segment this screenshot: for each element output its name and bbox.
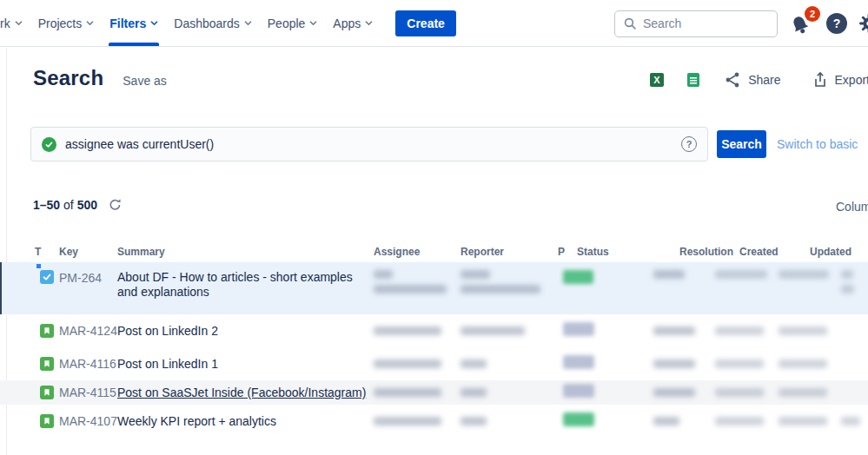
type-cell (35, 262, 59, 284)
issue-row[interactable]: MAR-4115 Post on SaaSJet Inside (Faceboo… (0, 380, 868, 405)
issue-type-icon (40, 357, 54, 371)
issue-type-icon (40, 270, 54, 284)
chevron-down-icon (365, 20, 373, 26)
nav-item-label: rk (0, 16, 10, 30)
issue-row[interactable]: MAR-4107 Weekly KPI report + analytics (0, 405, 868, 438)
jql-query-input[interactable]: assignee was currentUser() ? (30, 127, 708, 162)
google-sheets-export-icon[interactable] (686, 72, 701, 88)
updated-cell-blurred (779, 262, 841, 279)
chevron-down-icon (15, 20, 23, 26)
issue-row[interactable]: MAR-4124 Post on LinkedIn 2 (0, 314, 868, 347)
nav-item-your-work[interactable]: rk (0, 0, 30, 46)
nav-item-label: Projects (38, 16, 83, 30)
jql-syntax-help-icon[interactable]: ? (681, 136, 697, 152)
nav-item-filters[interactable]: Filters (102, 0, 166, 46)
nav-menu-group: rk Projects Filters Dashboards People Ap… (0, 0, 456, 46)
nav-item-projects[interactable]: Projects (30, 0, 103, 46)
col-header-updated: Updated (779, 246, 841, 258)
results-count: 1–50 of 500 (33, 198, 97, 212)
priority-cell (540, 356, 563, 372)
created-cell-blurred (715, 388, 779, 397)
blurred-text (715, 270, 767, 279)
save-as-link[interactable]: Save as (123, 74, 167, 88)
issue-key-link[interactable]: MAR-4116 (59, 357, 116, 371)
notifications-bell-icon[interactable]: 2 (789, 9, 815, 38)
issue-summary-link[interactable]: Weekly KPI report + analytics (117, 414, 276, 429)
nav-item-dashboards[interactable]: Dashboards (166, 0, 260, 46)
columns-link[interactable]: Columns (836, 200, 868, 214)
switch-to-basic-link[interactable]: Switch to basic (777, 137, 858, 151)
status-badge-blurred (563, 270, 593, 284)
chevron-down-icon (86, 20, 94, 26)
create-button[interactable]: Create (395, 10, 456, 36)
blurred-text (841, 285, 854, 293)
blurred-text (715, 388, 764, 397)
issue-summary-link[interactable]: About DF - How to articles - short examp… (117, 270, 368, 300)
share-icon (724, 71, 741, 89)
excel-export-icon[interactable]: X (649, 72, 665, 88)
reporter-cell-blurred (461, 359, 540, 368)
priority-cell (540, 262, 563, 286)
type-cell (35, 324, 59, 338)
jira-issue-navigator: rk Projects Filters Dashboards People Ap… (0, 0, 868, 455)
issue-key-link[interactable]: MAR-4124 (59, 324, 117, 338)
col-header-created: Created (715, 246, 779, 258)
priority-cell (540, 323, 563, 339)
help-icon[interactable]: ? (826, 13, 847, 34)
created-cell-blurred (715, 262, 779, 279)
blurred-text (461, 285, 540, 293)
due-cell-blurred (841, 417, 868, 425)
blurred-text (779, 388, 827, 397)
created-cell-blurred (715, 359, 779, 368)
blurred-text (715, 359, 764, 368)
type-cell (35, 357, 59, 371)
assignee-cell-blurred (374, 417, 461, 425)
export-button[interactable]: Export (812, 71, 868, 89)
due-cell-blurred (841, 262, 868, 293)
blurred-text (374, 285, 447, 293)
jql-query-text: assignee was currentUser() (65, 137, 673, 151)
blurred-text (779, 270, 829, 279)
col-header-priority: P (540, 246, 563, 258)
type-cell (35, 386, 59, 399)
col-header-resolution: Resolution (653, 246, 715, 258)
jql-search-button[interactable]: Search (717, 130, 766, 158)
selection-indicator (36, 264, 41, 268)
issue-summary-link[interactable]: Post on LinkedIn 1 (117, 357, 218, 372)
updated-cell-blurred (779, 359, 841, 368)
issue-type-icon (40, 414, 54, 428)
issue-key-link[interactable]: PM-264 (59, 271, 102, 285)
issue-row[interactable]: MAR-4116 Post on LinkedIn 1 (0, 347, 868, 380)
status-badge-blurred (563, 322, 594, 336)
updated-cell-blurred (779, 326, 841, 335)
chevron-down-icon (244, 20, 252, 26)
global-search-box[interactable] (614, 10, 778, 37)
resolution-cell-blurred (653, 388, 715, 397)
priority-cell (540, 413, 563, 429)
issue-row[interactable]: PM-264 About DF - How to articles - shor… (0, 262, 868, 314)
issue-key-link[interactable]: MAR-4115 (59, 386, 116, 399)
nav-item-people[interactable]: People (260, 0, 326, 46)
blurred-text (841, 417, 860, 425)
col-header-key: Key (59, 246, 117, 258)
share-button[interactable]: Share (724, 71, 780, 89)
issue-summary-link[interactable]: Post on LinkedIn 2 (117, 324, 218, 339)
refresh-icon[interactable] (109, 198, 122, 214)
blurred-text (779, 417, 827, 425)
nav-item-label: Apps (333, 16, 361, 30)
status-badge-blurred (563, 355, 594, 369)
blurred-text (461, 417, 487, 425)
nav-item-apps[interactable]: Apps (325, 0, 381, 46)
issue-summary-link[interactable]: Post on SaaSJet Inside (Facebook/Instagr… (117, 386, 366, 400)
nav-item-label: People (268, 16, 306, 30)
blurred-text (374, 417, 441, 425)
col-header-type: T (35, 246, 59, 258)
notification-count-badge: 2 (805, 6, 820, 22)
issue-key-link[interactable]: MAR-4107 (59, 414, 117, 428)
blurred-text (653, 270, 685, 279)
global-search-input[interactable] (643, 16, 756, 30)
priority-cell (540, 385, 563, 400)
settings-gear-icon[interactable] (858, 13, 868, 34)
created-cell-blurred (715, 417, 779, 425)
blurred-text (715, 326, 764, 335)
